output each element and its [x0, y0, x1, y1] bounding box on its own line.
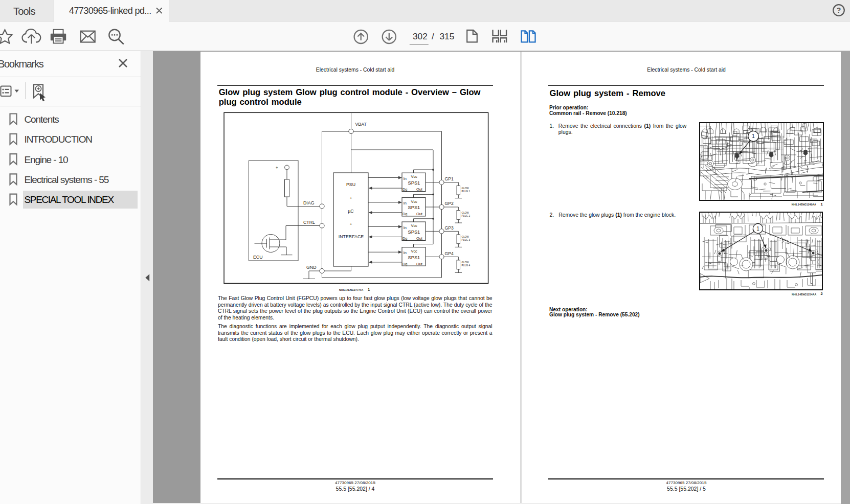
svg-text:PLUG 1: PLUG 1 [462, 190, 471, 193]
svg-text:PSU: PSU [346, 182, 355, 187]
svg-text:SPS1: SPS1 [408, 230, 420, 235]
svg-text:In: In [404, 225, 407, 230]
svg-text:Out: Out [416, 236, 422, 241]
svg-text:Dg: Dg [402, 236, 407, 241]
svg-text:1: 1 [752, 134, 755, 140]
svg-text:GLOW: GLOW [462, 187, 469, 190]
svg-text:INTERFACE: INTERFACE [339, 234, 364, 239]
svg-text:PLUG 4: PLUG 4 [462, 264, 471, 267]
svg-text:GP1: GP1 [445, 176, 454, 181]
svg-text:Out: Out [416, 187, 422, 192]
svg-text:µC: µC [348, 209, 354, 214]
svg-text:GLOW: GLOW [462, 236, 469, 238]
svg-text:SPS1: SPS1 [408, 255, 420, 260]
svg-text:SPS1: SPS1 [408, 180, 420, 186]
svg-text:ECU: ECU [253, 255, 263, 260]
svg-text:Out: Out [416, 262, 422, 266]
svg-text:GLOW: GLOW [462, 261, 469, 264]
svg-text:In: In [404, 250, 407, 255]
svg-text:GLOW: GLOW [462, 212, 469, 214]
svg-text:In: In [404, 201, 407, 205]
svg-text:/: / [432, 31, 434, 41]
svg-text:GP4: GP4 [445, 251, 454, 256]
svg-text:PLUG 3: PLUG 3 [462, 239, 471, 241]
svg-text:315: 315 [440, 31, 455, 41]
svg-text:+: + [276, 166, 278, 170]
svg-text:Out: Out [416, 212, 422, 216]
svg-text:DIAG: DIAG [303, 200, 315, 205]
svg-text:Vcc: Vcc [411, 174, 418, 179]
svg-text:Vcc: Vcc [411, 199, 418, 204]
svg-text:Dg: Dg [402, 212, 407, 216]
svg-text:+: + [350, 222, 352, 226]
svg-text:1: 1 [756, 226, 759, 232]
svg-text:+: + [350, 196, 352, 200]
svg-text:PLUG 2: PLUG 2 [462, 215, 471, 217]
svg-text:?: ? [837, 6, 841, 14]
svg-text:VBAT: VBAT [355, 122, 367, 127]
svg-text:Vcc: Vcc [411, 223, 418, 228]
svg-text:In: In [404, 176, 407, 181]
svg-text:SPS1: SPS1 [408, 205, 420, 210]
svg-text:CTRL: CTRL [303, 220, 315, 225]
svg-text:302: 302 [413, 31, 428, 41]
svg-text:GND: GND [306, 265, 317, 270]
svg-text:Dg: Dg [402, 262, 407, 266]
svg-text:Dg: Dg [402, 187, 407, 192]
svg-text:GP2: GP2 [445, 201, 454, 206]
svg-text:Vcc: Vcc [411, 249, 418, 254]
svg-text:GP3: GP3 [445, 225, 454, 231]
